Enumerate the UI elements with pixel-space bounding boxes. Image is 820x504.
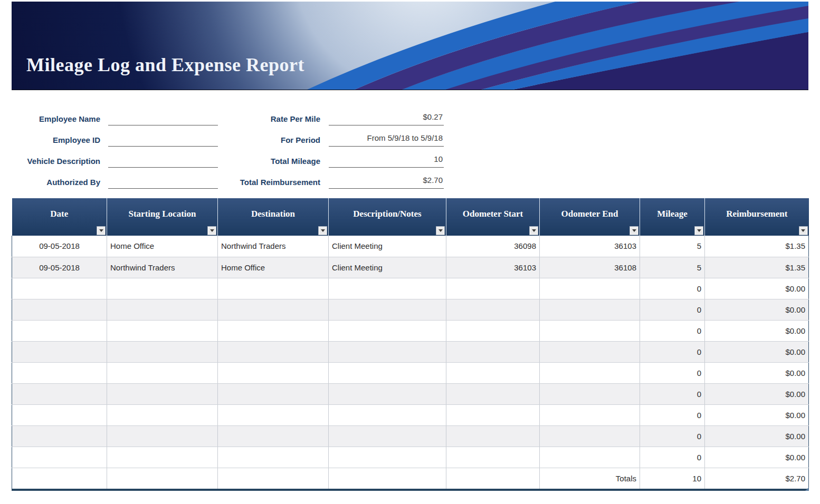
totals-cell-reimbursement[interactable]: $2.70 <box>705 468 809 489</box>
filter-button-reimbursement[interactable] <box>799 226 808 235</box>
table-cell-reimbursement[interactable]: $0.00 <box>705 362 809 383</box>
table-cell-date[interactable] <box>12 447 107 468</box>
table-cell-starting-location[interactable] <box>107 278 218 299</box>
table-cell-date[interactable] <box>12 404 107 425</box>
for-period-field[interactable]: From 5/9/18 to 5/9/18 <box>329 125 444 147</box>
table-cell-reimbursement[interactable]: $0.00 <box>705 383 809 404</box>
table-cell-reimbursement[interactable]: $0.00 <box>705 404 809 425</box>
vehicle-description-field[interactable] <box>108 147 218 168</box>
filter-button-odometer-end[interactable] <box>630 226 638 235</box>
table-cell-description-notes[interactable] <box>329 299 446 320</box>
totals-cell-date[interactable] <box>12 468 107 489</box>
table-cell-odometer-end[interactable] <box>540 320 640 341</box>
column-header-starting-location[interactable]: Starting Location <box>107 198 218 236</box>
table-cell-reimbursement[interactable]: $0.00 <box>705 278 809 299</box>
table-cell-odometer-end[interactable] <box>540 404 640 425</box>
table-cell-odometer-end[interactable] <box>540 383 640 404</box>
table-cell-description-notes[interactable] <box>329 404 446 425</box>
table-cell-odometer-start[interactable]: 36103 <box>446 257 540 278</box>
table-cell-destination[interactable] <box>218 341 329 362</box>
table-cell-starting-location[interactable]: Home Office <box>107 236 218 257</box>
table-cell-destination[interactable] <box>218 404 329 425</box>
employee-name-field[interactable] <box>108 104 218 125</box>
table-cell-description-notes[interactable]: Client Meeting <box>329 236 446 257</box>
table-cell-odometer-start[interactable] <box>446 341 540 362</box>
table-cell-starting-location[interactable] <box>107 341 218 362</box>
table-cell-destination[interactable] <box>218 320 329 341</box>
table-cell-destination[interactable]: Home Office <box>218 257 329 278</box>
table-cell-odometer-start[interactable] <box>446 278 540 299</box>
table-cell-reimbursement[interactable]: $0.00 <box>705 320 809 341</box>
table-cell-reimbursement[interactable]: $0.00 <box>705 299 809 320</box>
table-cell-odometer-end[interactable] <box>540 299 640 320</box>
table-cell-starting-location[interactable] <box>107 383 218 404</box>
table-cell-date[interactable] <box>12 425 107 447</box>
table-cell-odometer-end[interactable] <box>540 341 640 362</box>
table-cell-destination[interactable] <box>218 278 329 299</box>
table-cell-reimbursement[interactable]: $0.00 <box>705 447 809 468</box>
table-cell-mileage[interactable]: 0 <box>640 447 705 468</box>
table-cell-mileage[interactable]: 0 <box>640 404 705 425</box>
table-cell-starting-location[interactable] <box>107 425 218 447</box>
table-cell-reimbursement[interactable]: $1.35 <box>705 257 809 278</box>
employee-id-field[interactable] <box>108 125 218 147</box>
table-cell-destination[interactable] <box>218 299 329 320</box>
table-cell-starting-location[interactable] <box>107 320 218 341</box>
table-cell-mileage[interactable]: 0 <box>640 383 705 404</box>
table-cell-mileage[interactable]: 0 <box>640 362 705 383</box>
filter-button-description-notes[interactable] <box>436 226 445 235</box>
filter-button-odometer-start[interactable] <box>529 226 538 235</box>
table-cell-odometer-end[interactable] <box>540 278 640 299</box>
totals-cell-mileage[interactable]: 10 <box>640 468 705 489</box>
totals-cell-odometer-start[interactable] <box>446 468 540 489</box>
table-cell-description-notes[interactable] <box>329 341 446 362</box>
total-reimbursement-field[interactable]: $2.70 <box>329 168 444 189</box>
table-cell-destination[interactable] <box>218 447 329 468</box>
column-header-odometer-start[interactable]: Odometer Start <box>446 198 540 236</box>
table-cell-mileage[interactable]: 0 <box>640 425 705 447</box>
table-cell-odometer-end[interactable]: 36108 <box>540 257 640 278</box>
filter-button-mileage[interactable] <box>694 226 703 235</box>
table-cell-odometer-start[interactable]: 36098 <box>446 236 540 257</box>
column-header-odometer-end[interactable]: Odometer End <box>540 198 640 236</box>
table-cell-odometer-start[interactable] <box>446 383 540 404</box>
filter-button-starting-location[interactable] <box>207 226 216 235</box>
totals-cell-odometer-end[interactable]: Totals <box>540 468 640 489</box>
table-cell-mileage[interactable]: 5 <box>640 257 705 278</box>
column-header-destination[interactable]: Destination <box>218 198 329 236</box>
totals-cell-starting-location[interactable] <box>107 468 218 489</box>
table-cell-odometer-start[interactable] <box>446 362 540 383</box>
table-cell-starting-location[interactable] <box>107 362 218 383</box>
table-cell-odometer-start[interactable] <box>446 299 540 320</box>
table-cell-destination[interactable] <box>218 383 329 404</box>
table-cell-mileage[interactable]: 0 <box>640 299 705 320</box>
table-cell-odometer-end[interactable] <box>540 425 640 447</box>
rate-per-mile-field[interactable]: $0.27 <box>329 104 444 125</box>
table-cell-mileage[interactable]: 0 <box>640 341 705 362</box>
table-resize-handle[interactable] <box>805 487 809 491</box>
table-cell-description-notes[interactable] <box>329 447 446 468</box>
table-cell-mileage[interactable]: 0 <box>640 278 705 299</box>
table-cell-description-notes[interactable] <box>329 425 446 447</box>
total-mileage-field[interactable]: 10 <box>329 147 444 168</box>
table-cell-date[interactable]: 09-05-2018 <box>12 257 107 278</box>
table-cell-destination[interactable]: Northwind Traders <box>218 236 329 257</box>
table-cell-date[interactable] <box>12 278 107 299</box>
table-cell-destination[interactable] <box>218 425 329 447</box>
table-cell-date[interactable] <box>12 341 107 362</box>
table-cell-odometer-end[interactable] <box>540 447 640 468</box>
table-cell-odometer-start[interactable] <box>446 447 540 468</box>
column-header-date[interactable]: Date <box>12 198 107 236</box>
table-cell-description-notes[interactable] <box>329 383 446 404</box>
table-cell-description-notes[interactable] <box>329 320 446 341</box>
filter-button-destination[interactable] <box>318 226 327 235</box>
table-cell-date[interactable] <box>12 299 107 320</box>
table-cell-mileage[interactable]: 5 <box>640 236 705 257</box>
filter-button-date[interactable] <box>97 226 106 235</box>
table-cell-reimbursement[interactable]: $1.35 <box>705 236 809 257</box>
totals-cell-description-notes[interactable] <box>329 468 446 489</box>
table-cell-description-notes[interactable]: Client Meeting <box>329 257 446 278</box>
table-cell-description-notes[interactable] <box>329 362 446 383</box>
table-cell-date[interactable]: 09-05-2018 <box>12 236 107 257</box>
table-cell-date[interactable] <box>12 362 107 383</box>
